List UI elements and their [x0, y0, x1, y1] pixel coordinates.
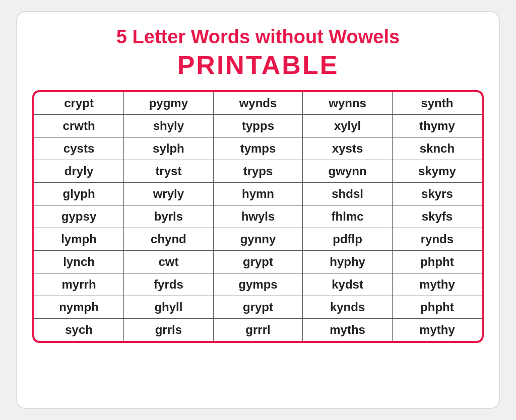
main-card: 5 Letter Words without Wowels PRINTABLE … — [16, 11, 500, 409]
table-cell: chynd — [124, 228, 214, 251]
table-cell: sych — [34, 319, 124, 341]
word-table-wrapper: cryptpygmywyndswynnssynthcrwthshylytypps… — [32, 90, 484, 343]
table-cell: pygmy — [124, 92, 214, 115]
table-cell: myrrh — [34, 273, 124, 296]
table-cell: wynds — [213, 92, 303, 115]
table-cell: dryly — [34, 160, 124, 183]
table-cell: tryst — [124, 160, 214, 183]
table-row: crwthshylytyppsxylylthymy — [34, 115, 482, 137]
table-cell: tryps — [213, 160, 303, 183]
table-cell: kynds — [303, 296, 393, 319]
table-cell: synth — [392, 92, 482, 115]
table-cell: sknch — [392, 137, 482, 160]
table-row: lynchcwtgrypthyphyphpht — [34, 251, 482, 273]
table-cell: gypsy — [34, 205, 124, 228]
table-cell: typps — [213, 115, 303, 137]
table-cell: grypt — [213, 251, 303, 273]
table-cell: crypt — [34, 92, 124, 115]
table-cell: pdflp — [303, 228, 393, 251]
table-cell: nymph — [34, 296, 124, 319]
table-cell: grrls — [124, 319, 214, 341]
table-cell: mythy — [392, 319, 482, 341]
table-cell: fyrds — [124, 273, 214, 296]
table-cell: rynds — [392, 228, 482, 251]
table-cell: sylph — [124, 137, 214, 160]
table-row: myrrhfyrdsgympskydstmythy — [34, 273, 482, 296]
table-cell: skyfs — [392, 205, 482, 228]
table-row: gypsybyrlshwylsfhlmcskyfs — [34, 205, 482, 228]
table-row: cystssylphtympsxystssknch — [34, 137, 482, 160]
title-line1: 5 Letter Words without Wowels — [116, 26, 400, 48]
table-cell: gymps — [213, 273, 303, 296]
table-cell: glyph — [34, 183, 124, 205]
table-cell: tymps — [213, 137, 303, 160]
table-cell: phpht — [392, 296, 482, 319]
table-cell: xylyl — [303, 115, 393, 137]
table-cell: cysts — [34, 137, 124, 160]
table-row: sychgrrlsgrrrlmythsmythy — [34, 319, 482, 341]
table-cell: grypt — [213, 296, 303, 319]
table-row: lymphchyndgynnypdflprynds — [34, 228, 482, 251]
table-cell: xysts — [303, 137, 393, 160]
table-cell: gynny — [213, 228, 303, 251]
table-cell: hyphy — [303, 251, 393, 273]
table-cell: kydst — [303, 273, 393, 296]
table-cell: gwynn — [303, 160, 393, 183]
table-cell: shdsl — [303, 183, 393, 205]
table-cell: hymn — [213, 183, 303, 205]
table-row: drylytrysttrypsgwynnskymy — [34, 160, 482, 183]
table-cell: fhlmc — [303, 205, 393, 228]
table-cell: grrrl — [213, 319, 303, 341]
table-cell: shyly — [124, 115, 214, 137]
table-cell: ghyll — [124, 296, 214, 319]
title-line2: PRINTABLE — [177, 50, 339, 80]
table-cell: lymph — [34, 228, 124, 251]
word-table: cryptpygmywyndswynnssynthcrwthshylytypps… — [34, 92, 482, 341]
table-cell: crwth — [34, 115, 124, 137]
table-cell: mythy — [392, 273, 482, 296]
table-cell: skymy — [392, 160, 482, 183]
table-cell: phpht — [392, 251, 482, 273]
table-cell: thymy — [392, 115, 482, 137]
table-cell: wynns — [303, 92, 393, 115]
table-row: glyphwrylyhymnshdslskyrs — [34, 183, 482, 205]
table-cell: skyrs — [392, 183, 482, 205]
table-cell: byrls — [124, 205, 214, 228]
table-row: cryptpygmywyndswynnssynth — [34, 92, 482, 115]
table-cell: cwt — [124, 251, 214, 273]
table-cell: myths — [303, 319, 393, 341]
table-row: nymphghyllgryptkyndsphpht — [34, 296, 482, 319]
table-cell: lynch — [34, 251, 124, 273]
table-cell: hwyls — [213, 205, 303, 228]
table-cell: wryly — [124, 183, 214, 205]
